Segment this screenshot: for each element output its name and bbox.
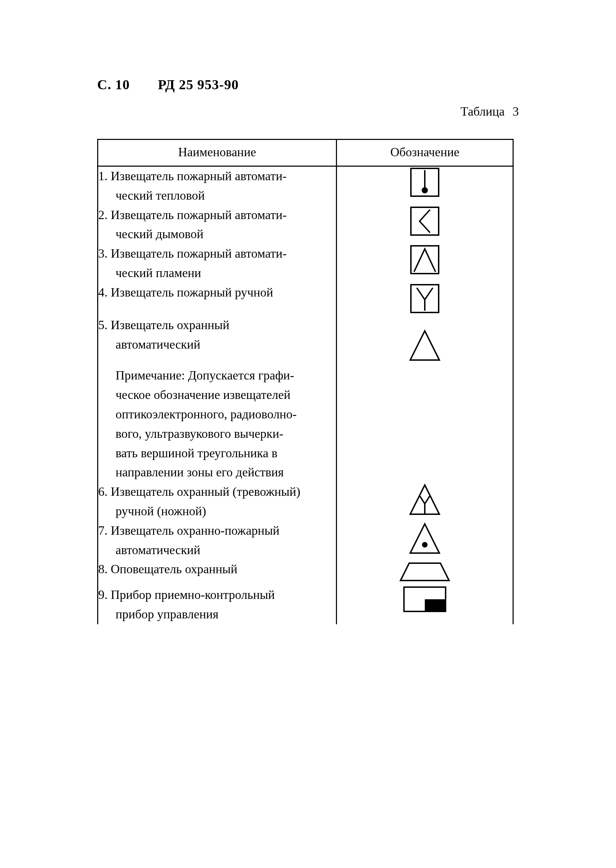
doc-code: РД 25 953-90 [158,77,239,92]
table-row: 1. Извещатель пожарный автомати- ческий … [98,166,513,206]
document-page: С. 10 РД 25 953-90 Таблица 3 Наименовани… [0,0,616,868]
table-caption: Таблица 3 [460,104,519,119]
table-caption-label: Таблица [460,104,504,118]
table-row: 7. Извещатель охранно-пожарный автоматич… [98,521,513,560]
name-cell: 9. Прибор приемно-контрольный прибор упр… [98,585,336,624]
svg-marker-12 [401,563,449,580]
symbol-cell [336,283,513,316]
note-text: Примечание: Допускается графи- ческое об… [98,366,336,482]
svg-rect-3 [411,207,438,235]
name-line-1: 5. Извещатель охранный [98,318,229,332]
manual-fire-call-point-icon [409,283,440,314]
symbol-cell [336,166,513,206]
name-line-1: 7. Извещатель охранно-пожарный [98,524,280,538]
name-cell: 7. Извещатель охранно-пожарный автоматич… [98,521,336,560]
name-line-1: 2. Извещатель пожарный автомати- [98,208,287,222]
name-line-1: 3. Извещатель пожарный автомати- [98,247,287,260]
symbol-cell [336,482,513,521]
symbol-cell [336,316,513,482]
name-line-1: 8. Оповещатель охранный [98,562,237,576]
svg-point-2 [422,187,428,193]
security-auto-detector-icon [407,328,442,363]
table-row: 9. Прибор приемно-контрольный прибор упр… [98,585,513,624]
name-line-2: ческий дымовой [98,225,336,244]
table-row: 4. Извещатель пожарный ручной [98,283,513,316]
name-line-2: ручной (ножной) [98,502,336,521]
smoke-detector-icon [409,206,440,237]
page-number: С. 10 [97,77,130,92]
symbol-cell [336,206,513,244]
symbol-cell [336,585,513,624]
name-line-2: автоматический [98,541,336,560]
table-row: 5. Извещатель охранный автоматический Пр… [98,316,513,482]
page-header: С. 10 РД 25 953-90 [97,76,239,93]
control-panel-icon [402,585,447,613]
name-line-2: прибор управления [98,605,336,624]
security-manual-call-point-icon [407,482,442,517]
name-cell: 5. Извещатель охранный автоматический Пр… [98,316,336,482]
col-header-symbol: Обозначение [336,140,513,166]
symbol-cell [336,521,513,560]
flame-detector-icon [409,244,440,275]
symbols-table: Наименование Обозначение 1. Извещатель п… [97,139,514,624]
table-row: 3. Извещатель пожарный автомати- ческий … [98,244,513,283]
name-line-1: 9. Прибор приемно-контрольный [98,588,275,602]
svg-marker-7 [410,331,439,360]
table-row: 2. Извещатель пожарный автомати- ческий … [98,206,513,244]
table-caption-number: 3 [512,104,519,118]
name-line-1: 4. Извещатель пожарный ручной [98,285,273,299]
svg-rect-14 [425,599,446,612]
table-row: 6. Извещатель охранный (тревожный) ручно… [98,482,513,521]
security-fire-detector-icon [407,521,442,556]
table-row: 8. Оповещатель охранный [98,560,513,585]
symbol-cell [336,560,513,585]
col-header-name: Наименование [98,140,336,166]
name-line-2: ческий тепловой [98,186,336,206]
name-cell: 2. Извещатель пожарный автомати- ческий … [98,206,336,244]
svg-marker-10 [410,524,439,553]
name-cell: 6. Извещатель охранный (тревожный) ручно… [98,482,336,521]
name-line-2: автоматический [98,335,336,354]
svg-point-11 [422,542,427,547]
name-cell: 1. Извещатель пожарный автомати- ческий … [98,166,336,206]
table-header-row: Наименование Обозначение [98,140,513,166]
name-cell: 4. Извещатель пожарный ручной [98,283,336,316]
name-cell: 8. Оповещатель охранный [98,560,336,585]
name-cell: 3. Извещатель пожарный автомати- ческий … [98,244,336,283]
symbol-cell [336,244,513,283]
security-annunciator-icon [399,560,451,584]
name-line-2: ческий пламени [98,264,336,283]
name-line-1: 1. Извещатель пожарный автомати- [98,169,287,183]
heat-detector-icon [409,167,440,198]
name-line-1: 6. Извещатель охранный (тревожный) [98,485,300,498]
